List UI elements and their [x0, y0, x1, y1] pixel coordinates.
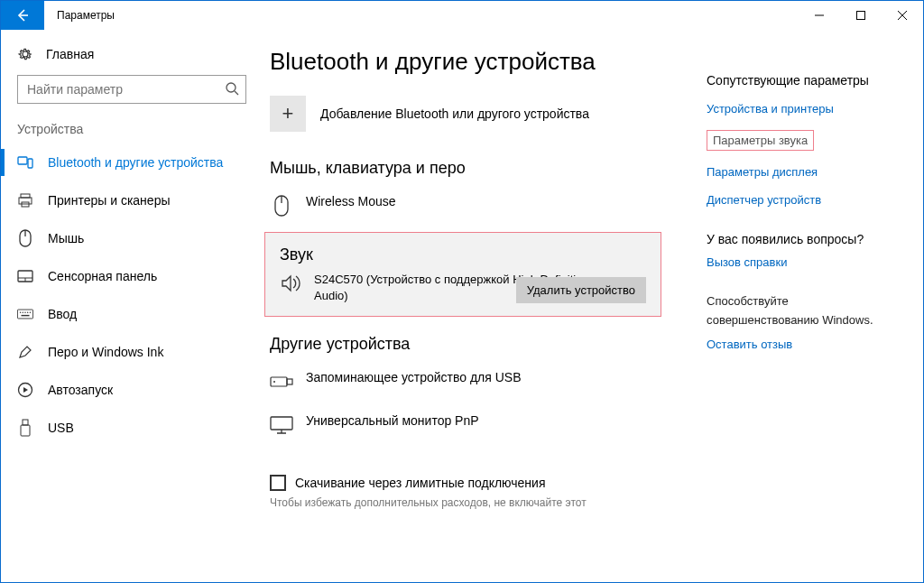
svg-point-21	[27, 311, 28, 312]
sidebar-item-label: Мышь	[48, 231, 84, 245]
svg-rect-26	[21, 425, 30, 436]
sidebar-item-label: USB	[48, 421, 74, 435]
maximize-icon	[856, 11, 865, 20]
add-device-row[interactable]: + Добавление Bluetooth или другого устро…	[270, 96, 692, 132]
svg-point-18	[20, 311, 21, 312]
mouse-section-heading: Мышь, клавиатура и перо	[270, 159, 692, 178]
search-wrap	[17, 75, 246, 104]
aside-help-block: У вас появились вопросы? Вызов справки	[707, 232, 910, 269]
device-pnp-monitor[interactable]: Универсальный монитор PnP	[270, 408, 692, 451]
svg-rect-10	[19, 198, 32, 204]
svg-point-5	[226, 83, 236, 92]
pen-icon	[17, 344, 33, 360]
svg-point-22	[30, 311, 31, 312]
sidebar-item-label: Принтеры и сканеры	[48, 193, 170, 208]
device-label: Wireless Mouse	[306, 194, 396, 208]
link-display-settings[interactable]: Параметры дисплея	[707, 165, 910, 179]
link-sound-settings[interactable]: Параметры звука	[707, 130, 814, 151]
svg-rect-9	[21, 194, 30, 198]
printer-icon	[17, 192, 33, 208]
main-content: Bluetooth и другие устройства + Добавлен…	[263, 30, 707, 582]
svg-rect-32	[271, 417, 292, 430]
monitor-icon	[270, 413, 293, 437]
aside-related-heading: Сопутствующие параметры	[707, 73, 910, 88]
sidebar-item-pen[interactable]: Перо и Windows Ink	[1, 333, 263, 371]
device-label: Запоминающее устройство для USB	[306, 370, 522, 384]
search-icon	[225, 81, 239, 96]
metered-hint: Чтобы избежать дополнительных расходов, …	[270, 496, 692, 509]
aside-panel: Сопутствующие параметры Устройства и при…	[707, 30, 923, 582]
sidebar-item-bluetooth[interactable]: Bluetooth и другие устройства	[1, 143, 263, 181]
window-body: Главная Устройства Bluetooth и другие ус…	[1, 30, 923, 582]
metered-checkbox-row[interactable]: Скачивание через лимитные подключения	[270, 475, 692, 491]
sidebar-item-autoplay[interactable]: Автозапуск	[1, 371, 263, 409]
storage-icon	[270, 370, 293, 393]
close-button[interactable]	[882, 1, 923, 30]
speaker-icon	[280, 272, 303, 295]
svg-rect-17	[17, 310, 32, 319]
autoplay-icon	[17, 382, 33, 398]
sidebar-item-label: Автозапуск	[48, 383, 113, 397]
maximize-button[interactable]	[840, 1, 882, 30]
remove-device-button[interactable]: Удалить устройство	[516, 277, 646, 303]
sidebar-home-label: Главная	[46, 47, 94, 61]
gear-icon	[17, 46, 33, 62]
svg-rect-8	[28, 159, 32, 168]
svg-rect-30	[287, 379, 292, 384]
sidebar-item-touchpad[interactable]: Сенсорная панель	[1, 257, 263, 295]
sidebar: Главная Устройства Bluetooth и другие ус…	[1, 30, 263, 582]
search-input[interactable]	[17, 75, 246, 104]
sidebar-item-label: Сенсорная панель	[48, 269, 157, 283]
sidebar-item-mouse[interactable]: Мышь	[1, 219, 263, 257]
window-controls	[799, 1, 923, 30]
keyboard-icon	[17, 306, 33, 322]
aside-contribute-line1: Способствуйте	[707, 294, 910, 310]
link-feedback[interactable]: Оставить отзыв	[707, 338, 910, 351]
sound-device-card: Звук S24C570 (Устройство с поддержкой Hi…	[264, 232, 661, 317]
sidebar-item-usb[interactable]: USB	[1, 409, 263, 447]
page-title: Bluetooth и другие устройства	[270, 48, 692, 76]
sidebar-home[interactable]: Главная	[1, 41, 263, 75]
add-device-label: Добавление Bluetooth или другого устройс…	[320, 106, 589, 121]
sidebar-section-label: Устройства	[1, 122, 263, 143]
sidebar-item-label: Перо и Windows Ink	[48, 345, 163, 359]
svg-point-20	[24, 311, 25, 312]
window-title: Параметры	[44, 1, 799, 30]
plus-icon: +	[270, 96, 306, 132]
device-label: Универсальный монитор PnP	[306, 413, 479, 428]
sound-section-heading: Звук	[280, 245, 646, 264]
checkbox-icon	[270, 475, 286, 491]
svg-rect-29	[271, 377, 287, 386]
devices-icon	[17, 154, 33, 171]
other-section-heading: Другие устройства	[270, 335, 692, 354]
usb-icon	[17, 420, 33, 436]
metered-label: Скачивание через лимитные подключения	[295, 476, 545, 490]
back-button[interactable]	[1, 1, 44, 30]
mouse-icon	[270, 194, 293, 217]
device-usb-storage[interactable]: Запоминающее устройство для USB	[270, 365, 692, 408]
touchpad-icon	[17, 268, 33, 284]
sidebar-item-typing[interactable]: Ввод	[1, 295, 263, 333]
link-help[interactable]: Вызов справки	[707, 255, 910, 269]
svg-rect-2	[857, 12, 865, 20]
aside-questions-heading: У вас появились вопросы?	[707, 232, 910, 246]
settings-window: Параметры Главная Устройства	[0, 0, 924, 583]
titlebar: Параметры	[1, 1, 923, 30]
svg-rect-25	[23, 420, 28, 425]
device-wireless-mouse[interactable]: Wireless Mouse	[270, 189, 692, 232]
svg-rect-23	[22, 315, 30, 316]
aside-contribute-line2: совершенствованию Windows.	[707, 313, 910, 329]
aside-feedback-block: Способствуйте совершенствованию Windows.…	[707, 294, 910, 351]
minimize-button[interactable]	[799, 1, 840, 30]
svg-line-6	[235, 91, 238, 95]
svg-point-19	[23, 311, 23, 312]
sidebar-item-label: Ввод	[48, 307, 77, 321]
link-device-manager[interactable]: Диспетчер устройств	[707, 193, 910, 207]
arrow-left-icon	[15, 8, 30, 23]
link-devices-printers[interactable]: Устройства и принтеры	[707, 102, 910, 116]
svg-point-31	[273, 381, 275, 383]
mouse-icon	[17, 230, 33, 246]
sidebar-item-label: Bluetooth и другие устройства	[48, 155, 223, 170]
close-icon	[898, 11, 907, 20]
sidebar-item-printers[interactable]: Принтеры и сканеры	[1, 181, 263, 219]
